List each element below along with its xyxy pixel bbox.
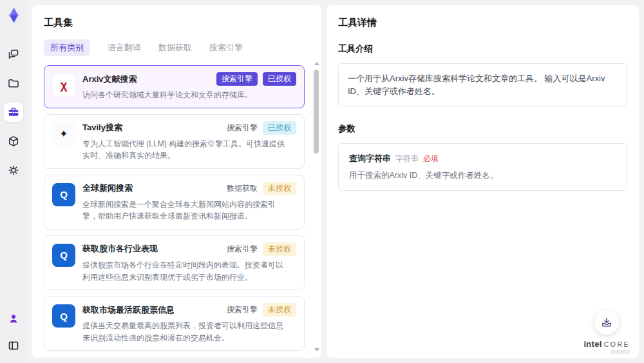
tool-card[interactable]: Q 全球新闻搜索 数据获取 未授权 全球新闻搜索是一个聚合全球各大新闻网站内容的… <box>44 175 305 230</box>
tool-card[interactable]: Q 获取市场最活跃股票信息 搜索引擎 未授权 提供当天交易量最高的股票列表，投资… <box>44 296 305 351</box>
intel-sub-badge <box>611 350 630 354</box>
tool-body: 获取股市各行业表现 搜索引擎 未授权 提供股票市场各个行业在特定时间段内的表现。… <box>82 242 296 283</box>
tool-icon: Q <box>52 244 75 267</box>
tool-icon-glyph: ✦ <box>59 128 68 140</box>
scrollbar-up-icon[interactable] <box>314 62 319 65</box>
tool-name: Tavily搜索 <box>82 122 122 133</box>
tool-description: 专为人工智能代理 (LLM) 构建的搜索引擎工具。可快速提供实时、准确和真实的结… <box>82 138 290 162</box>
params-heading: 参数 <box>338 123 627 135</box>
tool-auth-badge: 未授权 <box>263 303 296 317</box>
tool-detail-panel: 工具详情 工具介绍 一个用于从Arxiv存储库搜索科学论文和文章的工具。 输入可… <box>327 5 639 358</box>
sidebar-item-files[interactable] <box>4 74 23 93</box>
tool-category-badge: 数据获取 <box>227 183 258 194</box>
toolbox-icon <box>7 106 20 119</box>
tool-icon: Q <box>52 304 75 328</box>
tool-collection-panel: 工具集 所有类别 语言翻译 数据获取 搜索引擎 χ Arxiv文献搜索 搜索引擎… <box>32 5 321 358</box>
tool-card[interactable]: Q 获取股市各行业表现 搜索引擎 未授权 提供股票市场各个行业在特定时间段内的表… <box>44 235 305 290</box>
intel-core-logo: intel CORE <box>583 339 630 349</box>
tool-description: 全球新闻搜索是一个聚合全球各大新闻网站内容的搜索引擎，帮助用户快速获取全球最新资… <box>82 199 290 222</box>
tool-name: Arxiv文献搜索 <box>82 74 137 85</box>
category-tab[interactable]: 搜索引擎 <box>209 42 243 54</box>
chat-icon <box>7 48 20 61</box>
tool-name: 获取股市各行业表现 <box>82 243 158 255</box>
page-title: 工具集 <box>44 17 312 29</box>
tool-description: 提供股票市场各个行业在特定时间段内的表现。投资者可以利用这些信息来识别表现优于或… <box>82 259 290 283</box>
app-logo-icon <box>5 6 23 24</box>
download-button[interactable] <box>594 310 619 335</box>
param-type: 字符串 <box>395 153 419 164</box>
tool-auth-badge: 已授权 <box>263 121 296 135</box>
tool-card[interactable]: ▤ 万维地区新闻查询 搜索引擎 未授权 查询具体行政区划内的新闻，快速了解各地新… <box>44 357 305 358</box>
tool-icon-glyph: Q <box>60 311 68 322</box>
tool-body: Arxiv文献搜索 搜索引擎 已授权 访问各个研究领域大量科学论文和文章的存储库… <box>82 72 296 101</box>
panel-toggle-icon <box>7 339 20 352</box>
tool-icon: χ <box>52 74 75 97</box>
scrollbar-down-icon[interactable] <box>314 348 319 351</box>
tool-name: 全球新闻搜索 <box>82 182 133 194</box>
tool-name: 获取市场最活跃股票信息 <box>82 304 175 316</box>
tool-body: Tavily搜索 搜索引擎 已授权 专为人工智能代理 (LLM) 构建的搜索引擎… <box>82 121 296 162</box>
param-card: 查询字符串 字符串 必填 用于搜索的Arxiv ID、关键字或作者姓名。 <box>338 143 627 191</box>
core-brand-text: CORE <box>604 340 630 348</box>
user-icon <box>7 312 20 325</box>
param-name: 查询字符串 <box>349 153 391 164</box>
tool-icon-glyph: Q <box>60 250 68 260</box>
tool-auth-badge: 已授权 <box>263 72 296 86</box>
settings-icon <box>7 164 20 177</box>
sidebar-item-toolbox[interactable] <box>4 103 23 122</box>
param-list: 查询字符串 字符串 必填 用于搜索的Arxiv ID、关键字或作者姓名。 <box>338 143 627 191</box>
category-tab[interactable]: 所有类别 <box>44 39 90 56</box>
sidebar-item-settings[interactable] <box>4 161 23 180</box>
sidebar-nav <box>4 44 23 180</box>
param-required-badge: 必填 <box>423 153 439 164</box>
category-tab[interactable]: 数据获取 <box>158 42 192 54</box>
download-icon <box>601 317 612 328</box>
tool-category-badge: 搜索引擎 <box>227 123 258 133</box>
sidebar-item-packages[interactable] <box>4 132 23 151</box>
scrollbar-thumb[interactable] <box>314 70 319 153</box>
tool-category-badge: 搜索引擎 <box>216 72 258 86</box>
tool-card[interactable]: ✦ Tavily搜索 搜索引擎 已授权 专为人工智能代理 (LLM) 构建的搜索… <box>44 114 305 169</box>
tool-icon: ✦ <box>52 123 75 146</box>
app-sidebar <box>0 0 27 363</box>
tool-body: 全球新闻搜索 数据获取 未授权 全球新闻搜索是一个聚合全球各大新闻网站内容的搜索… <box>82 182 296 222</box>
intro-heading: 工具介绍 <box>338 43 627 55</box>
tool-auth-badge: 未授权 <box>263 242 296 256</box>
tool-intro-text: 一个用于从Arxiv存储库搜索科学论文和文章的工具。 输入可以是Arxiv ID… <box>338 63 627 106</box>
param-description: 用于搜索的Arxiv ID、关键字或作者姓名。 <box>349 170 616 181</box>
tool-icon-glyph: χ <box>61 78 68 92</box>
tool-category-badge: 搜索引擎 <box>227 244 258 255</box>
tool-category-badge: 搜索引擎 <box>227 304 258 315</box>
tool-description: 提供当天交易量最高的股票列表，投资者可以利用这些信息来识别流动性强的股票和潜在的… <box>82 320 290 344</box>
tool-description: 访问各个研究领域大量科学论文和文章的存储库。 <box>82 89 290 101</box>
sidebar-bottom <box>4 309 23 355</box>
sidebar-item-chat[interactable] <box>4 44 23 64</box>
corner-widgets: intel CORE <box>583 310 630 354</box>
tool-body: 获取市场最活跃股票信息 搜索引擎 未授权 提供当天交易量最高的股票列表，投资者可… <box>82 303 296 344</box>
tool-icon-glyph: Q <box>60 189 68 200</box>
tool-list: χ Arxiv文献搜索 搜索引擎 已授权 访问各个研究领域大量科学论文和文章的存… <box>44 65 312 358</box>
cube-icon <box>7 135 20 148</box>
tool-auth-badge: 未授权 <box>263 182 296 195</box>
tool-icon: Q <box>52 183 75 206</box>
folder-icon <box>7 77 20 90</box>
tool-card[interactable]: χ Arxiv文献搜索 搜索引擎 已授权 访问各个研究领域大量科学论文和文章的存… <box>44 65 305 108</box>
category-tabs: 所有类别 语言翻译 数据获取 搜索引擎 <box>44 39 312 56</box>
sidebar-item-collapse[interactable] <box>4 336 23 355</box>
detail-title: 工具详情 <box>338 17 627 29</box>
list-scrollbar[interactable] <box>314 62 319 351</box>
sidebar-item-account[interactable] <box>4 309 23 328</box>
category-tab[interactable]: 语言翻译 <box>108 42 141 54</box>
intel-brand-text: intel <box>583 339 601 349</box>
